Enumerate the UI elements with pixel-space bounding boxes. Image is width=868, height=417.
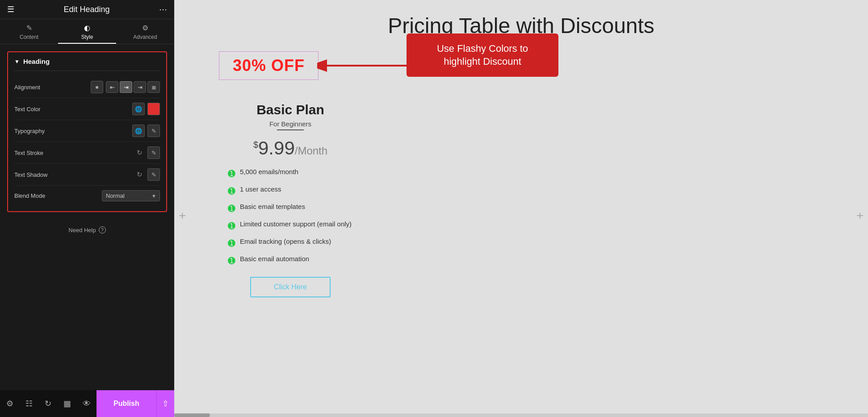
blend-mode-select[interactable]: Normal Multiply Screen Overlay	[102, 190, 160, 201]
feature-text-5: Email tracking (opens & clicks)	[240, 238, 331, 245]
list-item: ➊ Email tracking (opens & clicks)	[228, 238, 353, 249]
discount-area: 30% OFF Use Flashy Colors to highlight D…	[219, 51, 319, 80]
list-item: ➊ Limited customer support (email only)	[228, 220, 353, 231]
bottom-bar: ⚙ ☷ ↻ ▦ 👁 Publish ⇧	[0, 390, 174, 417]
need-help[interactable]: Need Help ?	[0, 219, 174, 241]
check-icon: ➊	[228, 221, 235, 231]
feature-text-2: 1 user access	[240, 185, 281, 193]
plan-name: Basic Plan	[228, 102, 353, 117]
align-left-btn[interactable]: ⇤	[106, 81, 118, 93]
history-btn[interactable]: ↻	[38, 390, 58, 417]
text-color-row: Text Color 🌐	[14, 98, 160, 120]
align-justify-btn[interactable]: ≣	[147, 81, 160, 93]
text-stroke-reset-btn[interactable]: ↻	[134, 147, 145, 158]
panel-content: ▼ Heading Alignment ■ ⇤ ⇥ ⇥ ≣	[0, 44, 174, 390]
feature-list: ➊ 5,000 emails/month ➊ 1 user access ➊ B…	[228, 168, 353, 266]
horizontal-scrollbar[interactable]	[174, 413, 868, 417]
list-item: ➊ Basic email templates	[228, 203, 353, 214]
text-color-label: Text Color	[14, 106, 41, 113]
cta-button[interactable]: Click Here	[250, 277, 331, 297]
blend-mode-row: Blend Mode Normal Multiply Screen Overla…	[14, 186, 160, 206]
main-content: Pricing Table with Discounts 30% OFF Use…	[174, 0, 868, 417]
section-body: Alignment ■ ⇤ ⇥ ⇥ ≣ Text Color	[8, 71, 166, 211]
settings-btn[interactable]: ⚙	[0, 390, 19, 417]
typography-global-icon[interactable]: 🌐	[132, 125, 145, 137]
text-stroke-controls: ↻ ✎	[134, 146, 160, 159]
alignment-row: Alignment ■ ⇤ ⇥ ⇥ ≣	[14, 76, 160, 98]
panel-header: ☰ Edit Heading ⋯	[0, 0, 174, 19]
content-icon: ✎	[26, 24, 32, 32]
check-icon: ➊	[228, 238, 235, 249]
typography-controls: 🌐 ✎	[132, 125, 160, 137]
text-color-swatch[interactable]	[147, 103, 160, 115]
publish-button[interactable]: Publish	[96, 390, 156, 417]
text-stroke-row: Text Stroke ↻ ✎	[14, 142, 160, 164]
discount-arrow	[317, 52, 415, 79]
alignment-btn-group: ⇤ ⇥ ⇥ ≣	[106, 81, 160, 93]
text-shadow-controls: ↻ ✎	[134, 168, 160, 181]
list-item: ➊ 1 user access	[228, 185, 353, 196]
check-icon: ➊	[228, 203, 235, 214]
check-icon: ➊	[228, 168, 235, 179]
discount-text: 30% OFF	[233, 56, 305, 75]
section-collapse-icon: ▼	[14, 58, 20, 65]
tooltip-bubble: Use Flashy Colors to highlight Discount	[407, 33, 558, 77]
feature-text-4: Limited customer support (email only)	[240, 220, 352, 228]
check-icon: ➊	[228, 186, 235, 196]
list-item: ➊ Basic email automation	[228, 255, 353, 266]
left-panel: ☰ Edit Heading ⋯ ✎ Content ◐ Style ⚙ Adv…	[0, 0, 174, 417]
align-right-btn[interactable]: ⇥	[134, 81, 146, 93]
plan-price-value: 9.99	[258, 138, 295, 158]
layers-btn[interactable]: ☷	[19, 390, 38, 417]
text-shadow-label: Text Shadow	[14, 171, 47, 178]
list-item: ➊ 5,000 emails/month	[228, 168, 353, 179]
tooltip-text: Use Flashy Colors to highlight Discount	[437, 43, 528, 67]
discount-badge[interactable]: 30% OFF	[219, 51, 319, 80]
alignment-controls: ■ ⇤ ⇥ ⇥ ≣	[91, 81, 160, 93]
blend-mode-select-wrapper: Normal Multiply Screen Overlay ▼	[102, 190, 160, 201]
hamburger-icon[interactable]: ☰	[7, 4, 14, 14]
plan-subtitle-underline	[277, 129, 304, 130]
tab-advanced[interactable]: ⚙ Advanced	[116, 19, 174, 44]
feature-text-1: 5,000 emails/month	[240, 168, 298, 175]
feature-text-6: Basic email automation	[240, 255, 309, 263]
responsive-btn[interactable]: ▦	[58, 390, 77, 417]
scrollbar-thumb[interactable]	[174, 413, 210, 417]
text-color-controls: 🌐	[132, 103, 160, 115]
text-shadow-reset-btn[interactable]: ↻	[134, 169, 145, 180]
align-center-btn[interactable]: ⇥	[120, 81, 132, 93]
blend-mode-controls: Normal Multiply Screen Overlay ▼	[102, 190, 160, 201]
grid-icon[interactable]: ⋯	[159, 4, 167, 14]
panel-title: Edit Heading	[63, 5, 109, 14]
publish-chevron-btn[interactable]: ⇧	[156, 390, 174, 417]
pricing-card: Basic Plan For Beginners $9.99/Month ➊ 5…	[228, 98, 353, 302]
tab-style[interactable]: ◐ Style	[58, 19, 116, 44]
section-header[interactable]: ▼ Heading	[8, 52, 166, 71]
advanced-icon: ⚙	[142, 24, 148, 32]
text-color-global-icon[interactable]: 🌐	[132, 103, 145, 115]
feature-text-3: Basic email templates	[240, 203, 305, 210]
text-stroke-label: Text Stroke	[14, 150, 43, 156]
tab-content-label: Content	[20, 34, 38, 40]
help-icon: ?	[99, 226, 106, 234]
tabs-row: ✎ Content ◐ Style ⚙ Advanced	[0, 19, 174, 44]
add-left-btn[interactable]: +	[179, 208, 186, 223]
alignment-responsive-icon[interactable]: ■	[91, 81, 103, 93]
typography-label: Typography	[14, 128, 45, 134]
typography-edit-icon[interactable]: ✎	[147, 125, 160, 137]
tab-content[interactable]: ✎ Content	[0, 19, 58, 44]
text-stroke-edit-icon[interactable]: ✎	[147, 146, 160, 159]
alignment-label: Alignment	[14, 84, 40, 91]
check-icon: ➊	[228, 255, 235, 266]
text-shadow-row: Text Shadow ↻ ✎	[14, 164, 160, 186]
tab-style-label: Style	[81, 34, 93, 40]
style-icon: ◐	[84, 24, 90, 32]
heading-section: ▼ Heading Alignment ■ ⇤ ⇥ ⇥ ≣	[7, 51, 167, 212]
preview-btn[interactable]: 👁	[77, 390, 96, 417]
plan-price: $9.99/Month	[228, 138, 353, 159]
plan-currency: $	[253, 140, 258, 150]
add-right-btn[interactable]: +	[856, 208, 864, 223]
plan-period: /Month	[295, 145, 327, 157]
text-shadow-edit-icon[interactable]: ✎	[147, 168, 160, 181]
blend-mode-label: Blend Mode	[14, 192, 45, 199]
